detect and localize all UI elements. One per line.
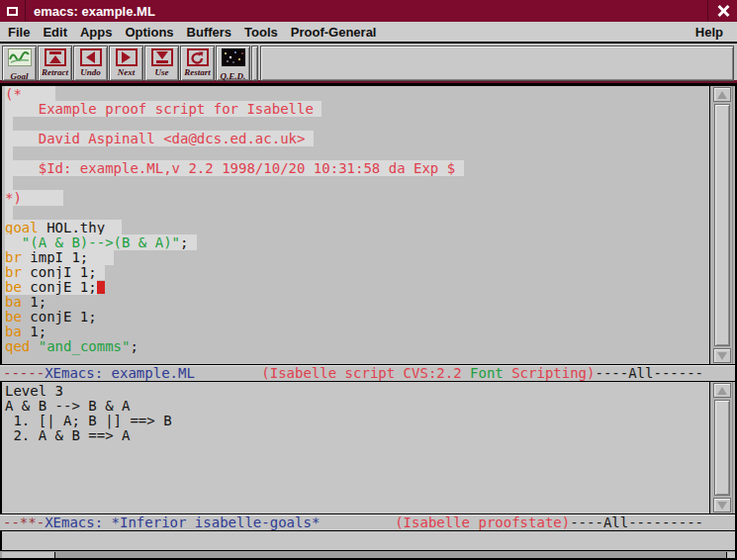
qed-icon — [222, 48, 245, 70]
use-icon — [151, 48, 173, 66]
locked-region-span: be conjE 1; — [5, 279, 97, 295]
scrollbar-trough — [711, 382, 733, 513]
scrollbar-trough — [711, 86, 733, 364]
script-line: goal HOL.thy — [5, 221, 709, 235]
menu-item-buffers[interactable]: Buffers — [187, 24, 241, 41]
goals-line: 1. [| A; B |] ==> B — [5, 414, 709, 428]
script-line: "(A & B)-->(B & A)"; — [5, 235, 709, 250]
script-line — [5, 146, 709, 161]
arrow-down-icon — [717, 502, 727, 510]
arrow-up-icon — [717, 91, 727, 99]
bottom-strip-left-box — [2, 552, 55, 558]
next-icon — [116, 48, 138, 66]
toolbar-button-label: Retract — [42, 67, 68, 77]
script-line: David Aspinall <da@dcs.ed.ac.uk> — [5, 132, 709, 146]
locked-region-span: goal HOL.thy — [5, 220, 122, 235]
menu-item-help[interactable]: Help — [695, 24, 733, 41]
script-line — [5, 206, 709, 221]
scrollbar-thumb[interactable] — [714, 400, 730, 496]
scrollbar-up-button[interactable] — [713, 383, 731, 398]
toolbar-buttons: GoalRetractUndoNextUseRestartQ.E.D. — [2, 46, 251, 81]
menu-bar-items: FileEditAppsOptionsBuffersToolsProof-Gen… — [8, 24, 389, 41]
bottom-strip-right-box — [726, 552, 735, 558]
toolbar-filler — [260, 46, 734, 81]
toolbar-button-label: Q.E.D. — [221, 71, 246, 81]
xemacs-window: emacs: example.ML FileEditAppsOptionsBuf… — [0, 0, 737, 560]
toolbar-button-goal[interactable]: Goal — [2, 46, 37, 81]
script-line: be conjE 1; — [5, 310, 709, 325]
menu-bar: FileEditAppsOptionsBuffersToolsProof-Gen… — [0, 22, 737, 43]
retract-icon — [45, 48, 66, 66]
script-line: br impI 1; — [5, 250, 709, 265]
close-icon — [717, 5, 729, 17]
menu-item-file[interactable]: File — [8, 24, 39, 41]
goals-scrollbar[interactable] — [709, 382, 735, 513]
goals-line: Level 3 — [5, 384, 709, 399]
window-title: emacs: example.ML — [26, 4, 707, 19]
locked-region-span: David Aspinall <da@dcs.ed.ac.uk> — [5, 131, 314, 146]
goals-buffer[interactable]: Level 3A & B --> B & A 1. [| A; B |] ==>… — [0, 382, 709, 513]
window-menu-button[interactable] — [0, 0, 26, 22]
script-buffer[interactable]: (* Example proof script for Isabelle Dav… — [0, 86, 709, 364]
close-button[interactable] — [707, 0, 737, 22]
menu-item-edit[interactable]: Edit — [43, 24, 76, 41]
script-line: ba 1; — [5, 325, 709, 339]
undo-icon — [80, 48, 102, 66]
menu-item-proof-general[interactable]: Proof-General — [291, 24, 386, 41]
proof-toolbar: GoalRetractUndoNextUseRestartQ.E.D. — [0, 44, 737, 83]
locked-region-span: (* — [5, 86, 55, 102]
toolbar-button-qed[interactable]: Q.E.D. — [216, 46, 250, 81]
script-scrollbar[interactable] — [709, 86, 735, 364]
scrollbar-up-button[interactable] — [713, 87, 731, 102]
arrow-down-icon — [717, 352, 727, 360]
scrollbar-thumb[interactable] — [714, 104, 730, 346]
toolbar-button-retract[interactable]: Retract — [38, 46, 72, 81]
text-cursor — [97, 281, 105, 294]
goals-line: A & B --> B & A — [5, 399, 709, 414]
locked-region-span: br conjI 1; — [5, 264, 105, 280]
locked-region-span: br impI 1; — [5, 249, 114, 265]
restart-icon — [187, 48, 209, 66]
goals-modeline: --**-XEmacs: *Inferior isabelle-goals* (… — [0, 513, 735, 531]
menu-item-tools[interactable]: Tools — [244, 24, 287, 41]
toolbar-button-undo[interactable]: Undo — [73, 46, 108, 81]
locked-region-span — [5, 205, 13, 221]
arrow-up-icon — [717, 387, 727, 395]
scrollbar-down-button[interactable] — [713, 348, 731, 363]
script-line: be conjE 1; — [5, 280, 709, 295]
goals-line: 2. A & B ==> A — [5, 428, 709, 443]
locked-region-span: $Id: example.ML,v 2.2 1998/10/20 10:31:5… — [5, 160, 464, 176]
script-line — [5, 117, 709, 132]
toolbar-button-label: Goal — [11, 71, 29, 81]
menu-item-apps[interactable]: Apps — [80, 24, 122, 41]
script-line: Example proof script for Isabelle — [5, 102, 709, 117]
toolbar-button-label: Undo — [80, 67, 101, 77]
script-line: ba 1; — [5, 295, 709, 310]
script-line: *) — [5, 191, 709, 206]
toolbar-button-next[interactable]: Next — [109, 46, 143, 81]
script-line — [5, 176, 709, 191]
script-line: (* — [5, 87, 709, 102]
script-line: qed "and_comms"; — [5, 339, 709, 354]
script-modeline: -----XEmacs: example.ML (Isabelle script… — [0, 364, 735, 382]
toolbar-button-use[interactable]: Use — [144, 46, 179, 81]
locked-region-span: Example proof script for Isabelle — [5, 101, 322, 117]
toolbar-button-restart[interactable]: Restart — [180, 46, 215, 81]
script-line: $Id: example.ML,v 2.2 1998/10/20 10:31:5… — [5, 161, 709, 176]
toolbar-button-label: Restart — [184, 67, 211, 77]
toolbar-button-label: Next — [118, 67, 136, 77]
toolbar-button-label: Use — [155, 67, 169, 77]
locked-region-span — [5, 116, 13, 132]
goal-icon — [8, 48, 32, 70]
locked-region-span: *) — [5, 190, 63, 206]
window-menu-icon — [7, 7, 18, 16]
minibuffer-echo-area[interactable] — [0, 531, 735, 550]
bottom-status-strip — [0, 550, 735, 558]
toolbar-separator — [251, 46, 258, 81]
script-line: br conjI 1; — [5, 265, 709, 280]
locked-region-span — [5, 145, 13, 161]
title-bar: emacs: example.ML — [0, 0, 737, 22]
locked-region-span: "(A & B)-->(B & A)"; — [5, 234, 197, 250]
scrollbar-down-button[interactable] — [713, 498, 731, 513]
menu-item-options[interactable]: Options — [125, 24, 182, 41]
